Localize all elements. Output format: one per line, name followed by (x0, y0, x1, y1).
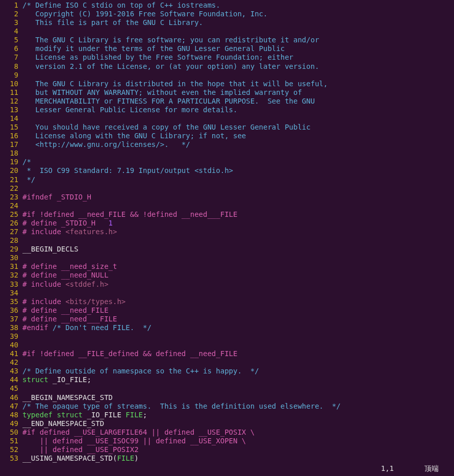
line-number: 48 (0, 411, 22, 419)
line-number: 29 (0, 245, 22, 254)
code-line[interactable]: 11 but WITHOUT ANY WARRANTY; without eve… (0, 88, 454, 97)
code-content: typedef struct _IO_FILE FILE; (22, 411, 454, 419)
code-content (22, 202, 454, 210)
line-number: 18 (0, 149, 22, 158)
code-line[interactable]: 45 (0, 384, 454, 393)
line-number: 6 (0, 44, 22, 53)
code-content (22, 236, 454, 245)
code-line[interactable]: 47/* The opaque type of streams. This is… (0, 402, 454, 411)
code-content: #if !defined __need_FILE && !defined __n… (22, 210, 454, 219)
code-line[interactable]: 50#if defined __USE_LARGEFILE64 || defin… (0, 428, 454, 437)
code-line[interactable]: 9 (0, 71, 454, 80)
code-line[interactable]: 44struct _IO_FILE; (0, 375, 454, 384)
code-content: Copyright (C) 1991-2016 Free Software Fo… (22, 10, 454, 18)
code-line[interactable]: 52 || defined __USE_POSIX2 (0, 445, 454, 454)
code-line[interactable]: 26# define _STDIO_H 1 (0, 219, 454, 228)
line-number: 3 (0, 18, 22, 27)
line-number: 45 (0, 384, 22, 393)
code-line[interactable]: 6 modify it under the terms of the GNU L… (0, 44, 454, 53)
code-line[interactable]: 30 (0, 254, 454, 262)
code-line[interactable]: 43/* Define outside of namespace so the … (0, 367, 454, 375)
code-line[interactable]: 3 This file is part of the GNU C Library… (0, 18, 454, 27)
code-line[interactable]: 35# include <bits/types.h> (0, 297, 454, 306)
code-content: #endif /* Don't need FILE. */ (22, 323, 454, 332)
code-line[interactable]: 51 || defined __USE_ISOC99 || defined __… (0, 437, 454, 445)
code-content (22, 289, 454, 297)
code-content (22, 27, 454, 36)
line-number: 13 (0, 106, 22, 114)
code-content: version 2.1 of the License, or (at your … (22, 62, 454, 71)
code-line[interactable]: 28 (0, 236, 454, 245)
code-line[interactable]: 16 License along with the GNU C Library;… (0, 132, 454, 140)
line-number: 4 (0, 27, 22, 36)
code-line[interactable]: 33# include <stddef.h> (0, 280, 454, 289)
code-line[interactable]: 53__USING_NAMESPACE_STD(FILE) (0, 454, 454, 463)
code-line[interactable]: 40 (0, 341, 454, 349)
code-line[interactable]: 42 (0, 358, 454, 367)
line-number: 22 (0, 184, 22, 193)
code-line[interactable]: 31# define __need_size_t (0, 262, 454, 271)
code-line[interactable]: 36# define __need_FILE (0, 306, 454, 315)
code-line[interactable]: 10 The GNU C Library is distributed in t… (0, 80, 454, 88)
line-number: 53 (0, 454, 22, 463)
cursor-position: 1,1 (381, 464, 394, 473)
line-number: 7 (0, 53, 22, 62)
code-line[interactable]: 37# define __need___FILE (0, 315, 454, 323)
code-line[interactable]: 13 Lesser General Public License for mor… (0, 106, 454, 114)
code-line[interactable]: 22 (0, 184, 454, 193)
code-line[interactable]: 38#endif /* Don't need FILE. */ (0, 323, 454, 332)
code-line[interactable]: 49__END_NAMESPACE_STD (0, 419, 454, 428)
code-line[interactable]: 15 You should have received a copy of th… (0, 123, 454, 132)
code-content: /* (22, 158, 454, 166)
code-content: || defined __USE_ISOC99 || defined __USE… (22, 437, 454, 445)
code-line[interactable]: 25#if !defined __need_FILE && !defined _… (0, 210, 454, 219)
code-line[interactable]: 7 License as published by the Free Softw… (0, 53, 454, 62)
code-content (22, 384, 454, 393)
line-number: 2 (0, 10, 22, 18)
code-content: The GNU C Library is free software; you … (22, 36, 454, 44)
code-line[interactable]: 46__BEGIN_NAMESPACE_STD (0, 393, 454, 402)
code-line[interactable]: 2 Copyright (C) 1991-2016 Free Software … (0, 10, 454, 18)
code-content: || defined __USE_POSIX2 (22, 445, 454, 454)
line-number: 52 (0, 445, 22, 454)
code-editor[interactable]: 1/* Define ISO C stdio on top of C++ ios… (0, 0, 454, 464)
line-number: 46 (0, 393, 22, 402)
line-number: 51 (0, 437, 22, 445)
code-content (22, 184, 454, 193)
code-line[interactable]: 5 The GNU C Library is free software; yo… (0, 36, 454, 44)
scroll-indicator: 顶端 (424, 464, 439, 473)
line-number: 9 (0, 71, 22, 80)
code-content (22, 254, 454, 262)
code-line[interactable]: 4 (0, 27, 454, 36)
code-line[interactable]: 21 */ (0, 176, 454, 184)
line-number: 50 (0, 428, 22, 437)
code-line[interactable]: 20 * ISO C99 Standard: 7.19 Input/output… (0, 166, 454, 175)
code-line[interactable]: 17 <http://www.gnu.org/licenses/>. */ (0, 140, 454, 149)
code-line[interactable]: 1/* Define ISO C stdio on top of C++ ios… (0, 1, 454, 10)
line-number: 19 (0, 158, 22, 166)
code-line[interactable]: 32# define __need_NULL (0, 271, 454, 280)
code-line[interactable]: 18 (0, 149, 454, 158)
code-line[interactable]: 41#if !defined __FILE_defined && defined… (0, 349, 454, 358)
code-line[interactable]: 39 (0, 332, 454, 341)
line-number: 28 (0, 236, 22, 245)
code-content: This file is part of the GNU C Library. (22, 18, 454, 27)
code-line[interactable]: 8 version 2.1 of the License, or (at you… (0, 62, 454, 71)
line-number: 42 (0, 358, 22, 367)
code-line[interactable]: 34 (0, 289, 454, 297)
code-content: # include <stddef.h> (22, 280, 454, 289)
line-number: 36 (0, 306, 22, 315)
code-line[interactable]: 12 MERCHANTABILITY or FITNESS FOR A PART… (0, 97, 454, 106)
code-line[interactable]: 29__BEGIN_DECLS (0, 245, 454, 254)
code-line[interactable]: 48typedef struct _IO_FILE FILE; (0, 411, 454, 419)
code-line[interactable]: 27# include <features.h> (0, 228, 454, 236)
code-content (22, 114, 454, 123)
line-number: 21 (0, 176, 22, 184)
line-number: 24 (0, 202, 22, 210)
line-number: 30 (0, 254, 22, 262)
code-line[interactable]: 14 (0, 114, 454, 123)
code-line[interactable]: 19/* (0, 158, 454, 166)
code-line[interactable]: 24 (0, 202, 454, 210)
code-content: __BEGIN_DECLS (22, 245, 454, 254)
code-line[interactable]: 23#ifndef _STDIO_H (0, 193, 454, 202)
